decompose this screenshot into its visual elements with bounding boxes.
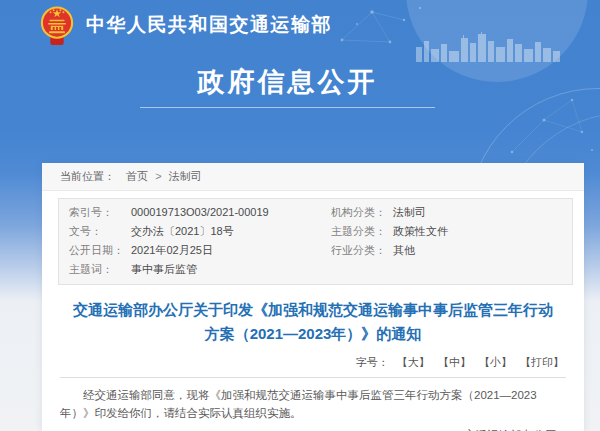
meta-label: 索引号： bbox=[69, 203, 131, 222]
meta-label: 文号： bbox=[69, 222, 131, 241]
network-dots-decoration bbox=[492, 92, 600, 160]
network-dots-decoration bbox=[332, 0, 432, 48]
fontsize-large-button[interactable]: 【大】 bbox=[397, 356, 430, 368]
title-divider bbox=[60, 377, 566, 378]
banner-underline bbox=[140, 107, 435, 108]
meta-label: 行业分类： bbox=[331, 241, 393, 260]
fontsize-controls: 字号： 【大】 【中】 【小】 【打印】 bbox=[62, 355, 564, 370]
national-emblem-icon bbox=[38, 4, 76, 48]
meta-value: 000019713O03/2021-00019 bbox=[131, 203, 269, 222]
meta-column-right: 机构分类： 法制司 主题分类： 政策性文件 行业分类： 其他 bbox=[321, 203, 572, 279]
article-body: 经交通运输部同意，现将《加强和规范交通运输事中事后监管三年行动方案（2021—2… bbox=[60, 386, 566, 422]
meta-row-org-category: 机构分类： 法制司 bbox=[321, 203, 572, 222]
meta-column-left: 索引号： 000019713O03/2021-00019 文号： 交办法〔202… bbox=[59, 203, 321, 279]
meta-row-index-number: 索引号： 000019713O03/2021-00019 bbox=[59, 203, 321, 222]
meta-value: 法制司 bbox=[393, 203, 426, 222]
meta-row-keywords: 主题词： 事中事后监管 bbox=[59, 260, 321, 279]
breadcrumb-separator: > bbox=[155, 170, 161, 182]
meta-row-doc-number: 文号： 交办法〔2021〕18号 bbox=[59, 222, 321, 241]
header-banner: 中华人民共和国交通运输部 政府信息公开 bbox=[0, 0, 600, 163]
meta-row-topic-category: 主题分类： 政策性文件 bbox=[321, 222, 572, 241]
fontsize-label: 字号： bbox=[356, 356, 389, 368]
city-skyline-decoration bbox=[414, 32, 566, 62]
site-title[interactable]: 中华人民共和国交通运输部 bbox=[86, 12, 332, 38]
meta-value: 交办法〔2021〕18号 bbox=[131, 222, 234, 241]
fontsize-small-button[interactable]: 【小】 bbox=[479, 356, 512, 368]
meta-value: 事中事后监管 bbox=[131, 260, 197, 279]
meta-row-publish-date: 公开日期： 2021年02月25日 bbox=[59, 241, 321, 260]
meta-value: 其他 bbox=[393, 241, 415, 260]
meta-row-industry-category: 行业分类： 其他 bbox=[321, 241, 572, 260]
breadcrumb-current: 法制司 bbox=[169, 170, 202, 182]
print-button[interactable]: 【打印】 bbox=[520, 356, 564, 368]
meta-label: 主题分类： bbox=[331, 222, 393, 241]
document-meta-table: 索引号： 000019713O03/2021-00019 文号： 交办法〔202… bbox=[58, 198, 573, 285]
meta-label: 机构分类： bbox=[331, 203, 393, 222]
meta-value: 2021年02月25日 bbox=[131, 241, 213, 260]
page-banner-title: 政府信息公开 bbox=[140, 64, 435, 100]
meta-label: 公开日期： bbox=[69, 241, 131, 260]
breadcrumb: 当前位置： 首页 > 法制司 bbox=[42, 163, 584, 191]
fontsize-medium-button[interactable]: 【中】 bbox=[438, 356, 471, 368]
article-title: 交通运输部办公厅关于印发《加强和规范交通运输事中事后监管三年行动方案（2021—… bbox=[70, 298, 556, 346]
page: 中华人民共和国交通运输部 政府信息公开 当前位置： 首页 > 法制司 索引号： … bbox=[0, 0, 600, 431]
content-panel: 当前位置： 首页 > 法制司 索引号： 000019713O03/2021-00… bbox=[42, 163, 584, 431]
meta-value: 政策性文件 bbox=[393, 222, 448, 241]
meta-label: 主题词： bbox=[69, 260, 131, 279]
breadcrumb-label: 当前位置： bbox=[60, 170, 115, 182]
breadcrumb-home-link[interactable]: 首页 bbox=[126, 170, 148, 182]
